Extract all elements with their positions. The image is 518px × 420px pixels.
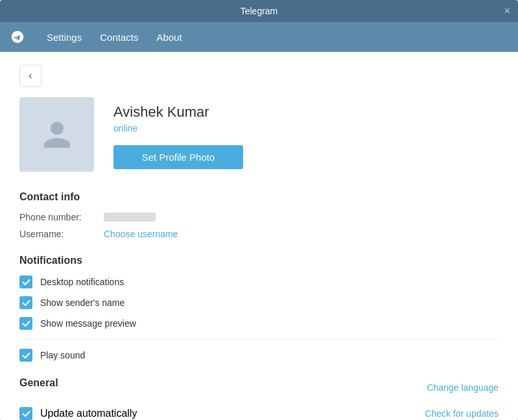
profile-status: online [113,123,243,134]
notifications-title: Notifications [19,255,499,266]
show-message-preview-checkbox[interactable] [19,317,32,330]
back-button[interactable]: ‹ [19,65,41,87]
general-title: General [19,377,58,389]
update-row: Update automatically Check for updates [19,407,499,420]
desktop-notifications-checkbox[interactable] [19,275,32,288]
profile-info: Avishek Kumar online Set Profile Photo [113,97,243,169]
show-sender-name-row: Show sender's name [19,296,499,309]
notifications-section: Notifications Desktop notifications Show… [19,255,499,362]
username-row: Username: Choose username [19,229,499,239]
close-button[interactable]: × [504,6,510,16]
window-title: Telegram [241,6,278,16]
avatar [19,97,94,172]
phone-label: Phone number: [19,212,104,222]
show-sender-name-checkbox[interactable] [19,296,32,309]
menu-item-settings[interactable]: Settings [38,27,91,48]
menu-bar: Settings Contacts About [0,22,518,52]
desktop-notifications-label: Desktop notifications [40,277,124,287]
play-sound-row: Play sound [19,349,499,362]
update-automatically-checkbox[interactable] [19,407,32,420]
update-left: Update automatically [19,407,137,420]
phone-row: Phone number: [19,212,499,222]
contact-info-section: Contact info Phone number: Username: Cho… [19,191,499,239]
main-window: Telegram × Settings Contacts About ‹ Avi… [0,0,518,420]
choose-username-link[interactable]: Choose username [104,229,178,239]
show-message-preview-row: Show message preview [19,317,499,330]
show-sender-name-label: Show sender's name [40,298,124,308]
play-sound-checkbox[interactable] [19,349,32,362]
change-language-link[interactable]: Change language [427,382,499,393]
update-automatically-label: Update automatically [40,408,137,419]
contact-info-title: Contact info [19,191,499,203]
title-bar: Telegram × [0,0,518,22]
phone-value [104,213,156,222]
show-message-preview-label: Show message preview [40,318,136,329]
telegram-logo [8,27,27,47]
general-section: General Change language Update automatic… [19,377,499,420]
separator [19,339,499,340]
menu-item-about[interactable]: About [147,27,191,48]
content-area: ‹ Avishek Kumar online Set Profile Photo… [0,52,518,420]
general-header: General Change language [19,377,499,398]
username-label: Username: [19,229,104,239]
profile-section: Avishek Kumar online Set Profile Photo [19,97,499,172]
check-for-updates-link[interactable]: Check for updates [425,408,499,419]
desktop-notifications-row: Desktop notifications [19,275,499,288]
back-icon: ‹ [29,70,32,82]
menu-item-contacts[interactable]: Contacts [91,27,147,48]
play-sound-label: Play sound [40,350,85,360]
set-profile-photo-button[interactable]: Set Profile Photo [113,145,243,169]
profile-name: Avishek Kumar [113,104,243,121]
